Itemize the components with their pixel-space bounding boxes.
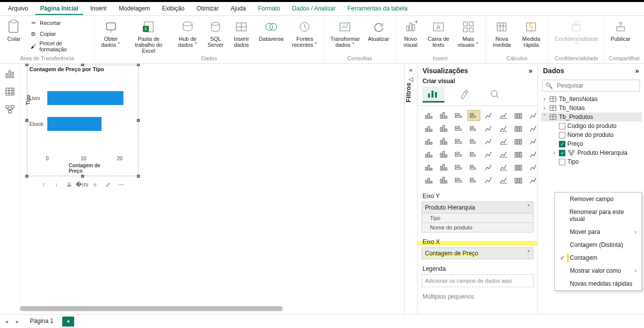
axis-x-field-well[interactable]: Contagem de Preço ˅ [422,247,534,259]
field-checkbox[interactable] [559,123,565,129]
visual-type-button[interactable] [497,149,510,160]
expand-filters-icon[interactable]: « [409,67,413,74]
report-canvas[interactable]: Contagem de Preço por Tipo Tipo LivroEbo… [20,64,404,314]
visual-type-button[interactable] [467,175,480,186]
field-node[interactable]: Tipo [541,157,642,166]
menu-pagina-inicial[interactable]: Página Inicial [35,3,84,15]
menu-ajuda[interactable]: Ajuda [225,3,251,15]
visual-type-button[interactable] [497,110,510,121]
data-hub-button[interactable]: Hub de dados ˅ [174,18,201,49]
visual-type-button[interactable] [512,149,525,160]
new-visual-button[interactable]: +Novo visual [400,18,422,49]
visual-type-button[interactable] [452,110,465,121]
bar[interactable] [47,117,102,131]
filter-icon[interactable]: ▿ [91,181,99,189]
resize-handle[interactable] [137,64,140,66]
visual-type-button[interactable] [423,162,435,173]
visual-type-button[interactable] [452,123,465,134]
visual-type-button[interactable] [452,149,465,160]
visual-type-button[interactable] [467,162,480,173]
transform-data-button[interactable]: Transformar dados ˅ [328,18,362,49]
search-field[interactable]: 🔍 [542,80,640,92]
text-box-button[interactable]: ACaixa de texto [426,18,451,49]
quick-measure-button[interactable]: Medida rápida [518,18,544,49]
get-data-button[interactable]: Obter dados ˅ [99,18,123,49]
page-prev-button[interactable]: ◂ [3,318,10,325]
table-node[interactable]: ›Tb_ItensNotas [541,95,642,104]
context-menu-item[interactable]: Renomear para este visual [555,206,642,225]
filters-pane-collapsed[interactable]: « ◁ Filtros [404,64,417,314]
new-measure-button[interactable]: Nova medida [490,18,514,49]
visual-type-button[interactable] [497,123,510,134]
visual-type-button[interactable] [467,136,480,147]
visual-type-button[interactable] [423,175,435,186]
field-checkbox[interactable] [559,159,565,165]
paste-button[interactable]: Colar [4,18,24,43]
visual-type-button[interactable] [482,136,495,147]
table-node[interactable]: ˅Tb_Produtos [541,112,642,121]
field-node[interactable]: Nome do produto [541,130,642,139]
menu-arquivo[interactable]: Arquivo [3,3,33,15]
sql-button[interactable]: SQL Server [205,18,226,49]
field-node[interactable]: Codigo do produto [541,121,642,130]
collapse-vis-pane-icon[interactable]: » [529,67,533,75]
report-view-button[interactable] [4,68,16,80]
field-node[interactable]: ✓Preço [541,139,642,148]
collapse-data-pane-icon[interactable]: » [635,67,639,75]
context-menu-item[interactable]: Mostrar valor como› [555,264,642,277]
visual-type-button[interactable] [482,123,495,134]
visual-type-button[interactable] [437,149,450,160]
page-tab-1[interactable]: Página 1 [25,316,58,328]
excel-button[interactable]: XPasta de trabalho do Excel [127,18,170,55]
publish-button[interactable]: Publicar [609,18,633,43]
resize-handle[interactable] [81,175,84,178]
field-checkbox[interactable] [559,132,565,138]
search-input[interactable] [556,82,637,90]
visual-type-button[interactable] [423,149,435,160]
context-menu-item[interactable]: Remover campo [555,193,642,206]
data-view-button[interactable] [4,86,16,98]
table-node[interactable]: ›Tb_Notas [541,104,642,112]
visual-type-button[interactable] [467,149,480,160]
menu-dados-analisar[interactable]: Dados / Analisar [287,3,340,15]
menu-modelagem[interactable]: Modelagem [114,3,155,15]
resize-handle[interactable] [25,119,28,122]
field-checkbox[interactable]: ✓ [559,141,565,147]
more-visuals-button[interactable]: Mais visuais ˅ [455,18,481,49]
visual-type-button[interactable] [497,162,510,173]
visual-type-button[interactable] [437,162,450,173]
visual-type-button[interactable] [512,123,525,134]
resize-handle[interactable] [137,119,140,122]
analytics-tab[interactable] [484,87,506,103]
context-menu-item[interactable]: Contagem (Distinta) [555,238,642,251]
field-node[interactable]: ›✓Produto Hierarquia [541,148,642,157]
menu-inserir[interactable]: Inserir [85,3,111,15]
bar[interactable] [47,91,123,105]
visual-type-button[interactable] [467,123,480,134]
context-menu-item[interactable]: Mover para› [555,225,642,238]
recent-sources-button[interactable]: Fontes recentes ˅ [290,18,320,49]
model-view-button[interactable] [4,104,16,115]
visual-type-button[interactable] [467,110,480,121]
visual-type-button[interactable] [512,136,525,147]
visual-type-button[interactable] [512,162,525,173]
visual-type-button[interactable] [452,136,465,147]
visual-type-button[interactable] [423,110,435,121]
visual-type-button[interactable] [482,162,495,173]
axis-y-sub-nome[interactable]: Nome do produto [422,223,534,232]
visual-type-button[interactable] [512,110,525,121]
visual-type-button[interactable] [437,136,450,147]
visual-type-button[interactable] [437,110,450,121]
visual-type-button[interactable] [423,123,435,134]
visual-type-button[interactable] [452,175,465,186]
resize-handle[interactable] [137,175,140,178]
visual-type-button[interactable] [482,149,495,160]
visual-type-button[interactable] [497,136,510,147]
cut-button[interactable]: ✂Recortar [28,18,90,28]
axis-y-sub-tipo[interactable]: Tipo [422,214,534,223]
refresh-button[interactable]: Atualizar [366,18,391,43]
format-painter-button[interactable]: 🖌Pincel de formatação [28,40,90,53]
dataverse-button[interactable]: Dataverse [257,18,286,43]
resize-handle[interactable] [25,64,28,66]
visual-type-button[interactable] [437,175,450,186]
